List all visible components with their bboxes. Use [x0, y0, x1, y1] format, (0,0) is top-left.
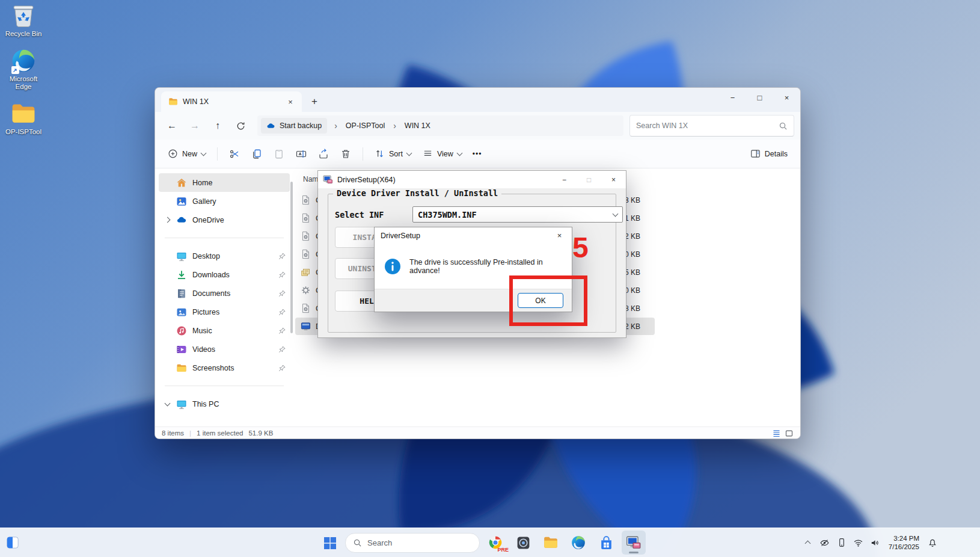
maximize-button[interactable]: □: [746, 88, 773, 108]
plus-circle-icon: [168, 149, 178, 159]
taskbar-app-pre-browser[interactable]: PRE: [483, 531, 507, 555]
pin-icon: [278, 327, 286, 335]
status-divider: |: [189, 429, 191, 437]
gallery-icon: [176, 196, 187, 207]
desktop-icon-microsoft-edge[interactable]: Microsoft Edge: [0, 48, 47, 91]
delete-button[interactable]: [335, 144, 357, 164]
breadcrumb-separator: ›: [332, 121, 340, 131]
taskbar-app-store[interactable]: [594, 531, 618, 555]
photos-icon: [516, 535, 531, 550]
back-button[interactable]: ←: [161, 115, 183, 136]
sidebar-item-label: This PC: [192, 400, 219, 408]
annotation-highlight-box: [509, 275, 587, 326]
file-size: 8 KB: [625, 304, 640, 313]
sidebar-item-gallery[interactable]: Gallery: [159, 192, 290, 211]
dialog-close-button[interactable]: ×: [601, 171, 626, 188]
shortcut-arrow-icon: [11, 66, 19, 74]
refresh-button[interactable]: [230, 115, 251, 136]
new-tab-button[interactable]: +: [305, 93, 323, 111]
recycle-bin-icon: [10, 2, 37, 29]
msgbox-title-bar[interactable]: DriverSetup ×: [375, 227, 572, 244]
new-button[interactable]: New: [162, 144, 211, 163]
widgets-icon[interactable]: [6, 536, 19, 549]
sidebar-scrollbar[interactable]: [290, 182, 293, 333]
search-icon: [779, 122, 788, 131]
taskbar-center: Search PRE: [317, 528, 646, 557]
notification-bell-icon[interactable]: [925, 532, 940, 553]
sidebar-item-this-pc[interactable]: This PC: [159, 395, 290, 413]
hidden-icons-chevron[interactable]: [800, 532, 816, 553]
dialog-title-bar[interactable]: DriverSetup(X64) − □ ×: [318, 171, 626, 188]
music-icon: [176, 325, 187, 336]
dialog-maximize-button[interactable]: □: [577, 171, 601, 188]
details-view-toggle[interactable]: [772, 429, 781, 438]
large-icons-view-toggle[interactable]: [785, 429, 794, 438]
clock[interactable]: 3:24 PM 7/16/2025: [884, 534, 923, 551]
cut-button[interactable]: [224, 144, 245, 164]
desktop-icon-op-isptool[interactable]: OP-ISPTool: [0, 100, 47, 136]
sort-button[interactable]: Sort: [369, 144, 417, 163]
phone-link-icon[interactable]: [834, 532, 850, 553]
view-button[interactable]: View: [417, 144, 467, 163]
close-button[interactable]: ×: [773, 88, 800, 108]
forward-button[interactable]: →: [184, 115, 206, 136]
sidebar-item-label: Music: [192, 327, 212, 335]
sidebar-item-videos[interactable]: Videos: [159, 340, 290, 359]
select-inf-label: Select INF: [335, 210, 384, 220]
sort-icon: [375, 149, 385, 159]
desktop-icon-recycle-bin[interactable]: Recycle Bin: [0, 2, 47, 38]
inf-file-icon: [301, 195, 311, 205]
sidebar-item-screenshots[interactable]: Screenshots: [159, 359, 290, 377]
tab-win1x[interactable]: WIN 1X ×: [161, 91, 302, 112]
more-options-button[interactable]: •••: [468, 150, 487, 158]
breadcrumb[interactable]: Start backup › OP-ISPTool › WIN 1X: [257, 115, 623, 136]
volume-icon[interactable]: [868, 532, 883, 553]
sidebar-item-label: Screenshots: [192, 364, 234, 372]
taskbar-app-edge[interactable]: [566, 531, 590, 555]
breadcrumb-separator: ›: [391, 121, 399, 131]
search-input[interactable]: Search WIN 1X: [629, 115, 794, 137]
taskbar-search[interactable]: Search: [345, 533, 480, 553]
breadcrumb-op-isptool[interactable]: OP-ISPTool: [345, 122, 386, 130]
network-icon[interactable]: [851, 532, 866, 553]
file-size: 3 KB: [625, 196, 640, 205]
share-button[interactable]: [313, 144, 334, 164]
sidebar-item-desktop[interactable]: Desktop: [159, 247, 290, 265]
desktop-icon-label: Recycle Bin: [5, 30, 42, 38]
file-size: 1 KB: [625, 214, 640, 223]
start-button[interactable]: [317, 531, 341, 555]
tab-close-icon[interactable]: ×: [284, 95, 297, 108]
home-icon: [176, 177, 187, 188]
taskbar-app-file-explorer[interactable]: [539, 531, 563, 555]
msgbox-close-button[interactable]: ×: [547, 227, 572, 244]
dialog-minimize-button[interactable]: −: [552, 171, 577, 188]
sidebar-item-music[interactable]: Music: [159, 321, 290, 340]
trash-icon: [340, 149, 351, 159]
sidebar-item-label: OneDrive: [192, 216, 224, 224]
sidebar-item-home[interactable]: Home: [159, 173, 290, 192]
copy-button[interactable]: [246, 144, 268, 164]
tray-time: 3:24 PM: [889, 534, 919, 543]
address-bar: ← → ↑ Start backup › OP-ISPTool › WIN 1X…: [155, 112, 800, 140]
chevron-down-icon[interactable]: [164, 400, 170, 406]
sidebar-item-downloads[interactable]: Downloads: [159, 265, 290, 284]
backup-status-chip[interactable]: Start backup: [261, 118, 327, 134]
up-button[interactable]: ↑: [207, 115, 228, 136]
onedrive-icon: [176, 215, 187, 226]
inf-select-combobox[interactable]: CH375WDM.INF: [412, 206, 623, 223]
sidebar-item-documents[interactable]: Documents: [159, 284, 290, 303]
sidebar-item-pictures[interactable]: Pictures: [159, 303, 290, 321]
minimize-button[interactable]: −: [719, 88, 746, 108]
taskbar-app-driversetup[interactable]: [622, 531, 646, 555]
dialog-title: DriverSetup(X64): [337, 176, 396, 184]
rename-button[interactable]: [290, 144, 312, 164]
taskbar-app-photos[interactable]: [511, 531, 535, 555]
details-button[interactable]: Details: [745, 144, 793, 163]
file-size: 0 KB: [625, 286, 640, 295]
chevron-right-icon[interactable]: [164, 217, 170, 223]
sidebar-item-onedrive[interactable]: OneDrive: [159, 211, 290, 229]
breadcrumb-win1x[interactable]: WIN 1X: [403, 122, 432, 130]
paste-button[interactable]: [268, 144, 290, 164]
privacy-eye-icon[interactable]: [817, 532, 833, 553]
tab-title: WIN 1X: [183, 97, 209, 106]
